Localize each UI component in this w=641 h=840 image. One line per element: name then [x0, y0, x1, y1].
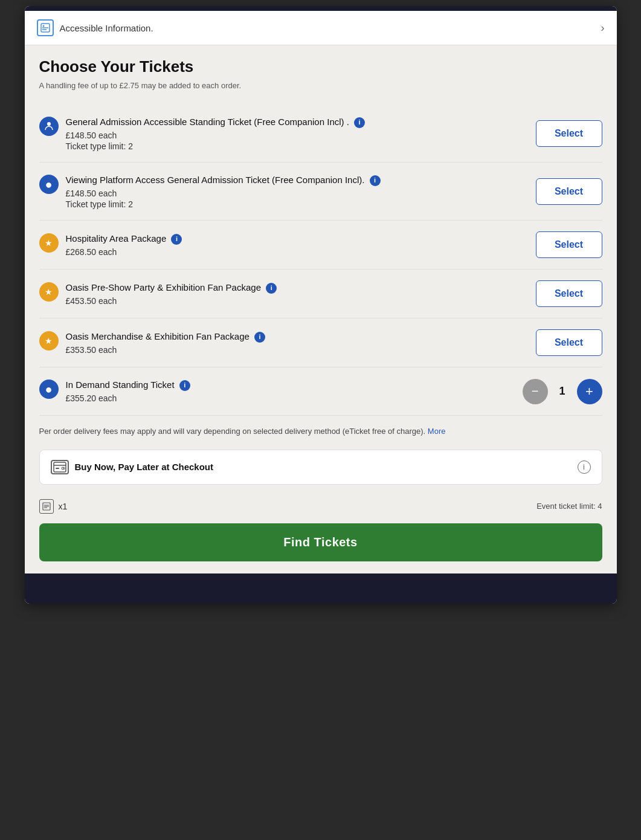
svg-rect-7 — [56, 468, 59, 469]
quantity-value: 1 — [556, 385, 569, 398]
ticket-price-4: £453.50 each — [66, 296, 536, 306]
accessible-banner-left: Accessible Information. — [37, 19, 153, 36]
ticket-icon-1 — [39, 117, 59, 136]
ticket-left-5: ★ Oasis Merchandise & Exhibition Fan Pac… — [39, 330, 536, 356]
ticket-name-3: Hospitality Area Package i — [66, 232, 536, 245]
info-icon-6[interactable]: i — [179, 380, 190, 391]
ticket-left-4: ★ Oasis Pre-Show Party & Exhibition Fan … — [39, 281, 536, 307]
ticket-details-1: General Admission Accessible Standing Ti… — [66, 115, 536, 151]
main-content: Choose Your Tickets A handling fee of up… — [25, 45, 617, 573]
select-button-1[interactable]: Select — [536, 120, 602, 147]
info-icon-2[interactable]: i — [370, 175, 381, 186]
ticket-icon-3: ★ — [39, 233, 59, 253]
quantity-minus-button[interactable]: − — [523, 379, 548, 404]
ticket-details-5: Oasis Merchandise & Exhibition Fan Packa… — [66, 330, 536, 356]
ticket-item-2: ● Viewing Platform Access General Admiss… — [39, 163, 602, 221]
buy-now-text: Buy Now, Pay Later at Checkout — [75, 462, 214, 472]
ticket-details-4: Oasis Pre-Show Party & Exhibition Fan Pa… — [66, 281, 536, 307]
accessible-banner[interactable]: Accessible Information. › — [25, 11, 617, 45]
ticket-details-6: In Demand Standing Ticket i £355.20 each — [66, 378, 523, 404]
top-bar — [25, 6, 617, 11]
ticket-name-5: Oasis Merchandise & Exhibition Fan Packa… — [66, 330, 536, 343]
buy-now-banner[interactable]: Buy Now, Pay Later at Checkout i — [39, 450, 602, 485]
quantity-control: − 1 + — [523, 379, 602, 404]
ticket-item-1: General Admission Accessible Standing Ti… — [39, 105, 602, 163]
bottom-bar — [25, 573, 617, 604]
phone-container: Accessible Information. › Choose Your Ti… — [25, 6, 617, 604]
delivery-notice: Per order delivery fees may apply and wi… — [39, 416, 602, 442]
ticket-icon-4: ★ — [39, 282, 59, 302]
info-icon-5[interactable]: i — [254, 332, 265, 343]
ticket-count-icon — [39, 499, 54, 514]
ticket-item-4: ★ Oasis Pre-Show Party & Exhibition Fan … — [39, 270, 602, 318]
ticket-price-2: £148.50 each — [66, 189, 536, 198]
chevron-right-icon: › — [601, 22, 605, 34]
ticket-count: x1 — [39, 499, 68, 514]
ticket-icon-2: ● — [39, 175, 59, 194]
handling-fee-text: A handling fee of up to £2.75 may be add… — [39, 81, 602, 90]
footer-row: x1 Event ticket limit: 4 — [39, 492, 602, 523]
ticket-limit-1: Ticket type limit: 2 — [66, 141, 536, 151]
ticket-left-3: ★ Hospitality Area Package i £268.50 eac… — [39, 232, 536, 258]
select-button-4[interactable]: Select — [536, 280, 602, 307]
ticket-limit-2: Ticket type limit: 2 — [66, 199, 536, 209]
ticket-item-5: ★ Oasis Merchandise & Exhibition Fan Pac… — [39, 318, 602, 367]
ticket-price-6: £355.20 each — [66, 393, 523, 403]
ticket-details-2: Viewing Platform Access General Admissio… — [66, 173, 536, 209]
ticket-left-2: ● Viewing Platform Access General Admiss… — [39, 173, 536, 209]
svg-point-4 — [47, 122, 51, 126]
ticket-name-6: In Demand Standing Ticket i — [66, 378, 523, 391]
ticket-name-4: Oasis Pre-Show Party & Exhibition Fan Pa… — [66, 281, 536, 294]
page-title: Choose Your Tickets — [39, 57, 602, 76]
info-icon-4[interactable]: i — [266, 283, 277, 294]
event-limit-text: Event ticket limit: 4 — [536, 502, 602, 511]
ticket-item-6: ● In Demand Standing Ticket i £355.20 ea… — [39, 367, 602, 416]
select-button-3[interactable]: Select — [536, 231, 602, 258]
ticket-name-1: General Admission Accessible Standing Ti… — [66, 115, 536, 128]
ticket-icon-5: ★ — [39, 331, 59, 351]
ticket-left-6: ● In Demand Standing Ticket i £355.20 ea… — [39, 378, 523, 404]
select-button-5[interactable]: Select — [536, 329, 602, 356]
ticket-icon-6: ● — [39, 380, 59, 399]
find-tickets-button[interactable]: Find Tickets — [39, 523, 602, 561]
ticket-price-1: £148.50 each — [66, 131, 536, 140]
buy-now-icon — [51, 460, 69, 474]
accessible-icon — [37, 19, 54, 36]
quantity-plus-button[interactable]: + — [577, 379, 602, 404]
svg-point-1 — [42, 25, 44, 27]
ticket-item-3: ★ Hospitality Area Package i £268.50 eac… — [39, 221, 602, 270]
info-icon-3[interactable]: i — [171, 234, 182, 245]
ticket-left-1: General Admission Accessible Standing Ti… — [39, 115, 536, 151]
select-button-2[interactable]: Select — [536, 178, 602, 205]
info-icon-1[interactable]: i — [354, 117, 365, 128]
ticket-name-2: Viewing Platform Access General Admissio… — [66, 173, 536, 186]
more-link[interactable]: More — [428, 427, 446, 436]
ticket-count-value: x1 — [59, 502, 68, 511]
buy-now-left: Buy Now, Pay Later at Checkout — [51, 460, 214, 474]
buy-now-info-icon[interactable]: i — [578, 460, 591, 474]
accessible-info-text: Accessible Information. — [60, 23, 153, 33]
ticket-price-3: £268.50 each — [66, 247, 536, 257]
svg-point-9 — [63, 467, 65, 470]
ticket-details-3: Hospitality Area Package i £268.50 each — [66, 232, 536, 258]
ticket-price-5: £353.50 each — [66, 345, 536, 355]
